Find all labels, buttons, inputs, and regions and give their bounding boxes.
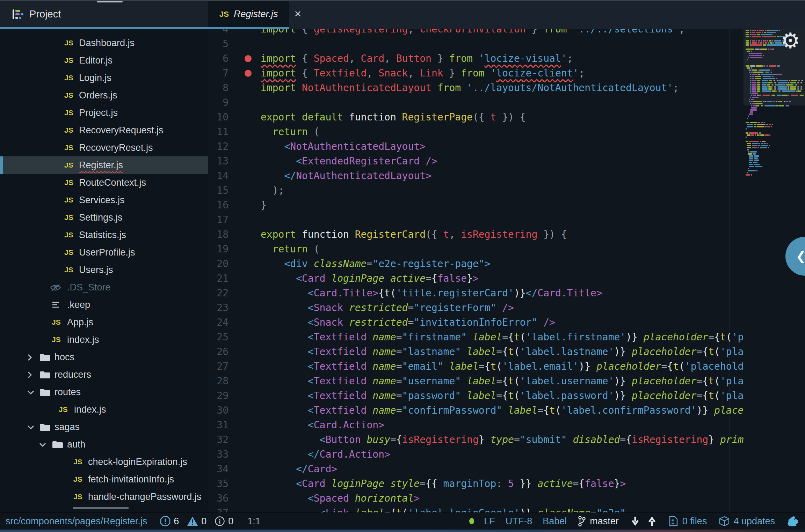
cursor-position[interactable]: 1:1 — [247, 516, 261, 527]
tree-file-dashboard-js[interactable]: JSDashboard.js — [0, 34, 208, 52]
tree-file--keep[interactable]: .keep — [0, 296, 208, 313]
tree-file-settings-js[interactable]: JSSettings.js — [0, 209, 208, 226]
code-line-10: 10export default function RegisterPage({… — [208, 110, 749, 125]
gutter[interactable]: 4 — [208, 29, 261, 37]
code-line-32: 32 <Button busy={isRegistering} type="su… — [208, 433, 749, 447]
tree-file-statistics-js[interactable]: JSStatistics.js — [0, 226, 208, 244]
gutter[interactable]: 14 — [208, 169, 261, 183]
info-count[interactable]: 0 — [228, 516, 233, 527]
tree-folder-routes[interactable]: routes — [0, 383, 208, 401]
tree-file-editor-js[interactable]: JSEditor.js — [0, 52, 208, 69]
package-updates-count[interactable]: 4 updates — [733, 516, 775, 527]
file-path[interactable]: src/components/pages/Register.js — [6, 516, 147, 527]
changed-files-icon[interactable] — [668, 515, 679, 527]
info-circle-icon[interactable] — [214, 516, 225, 527]
gutter[interactable]: 11 — [208, 125, 261, 139]
warning-count[interactable]: 0 — [201, 516, 206, 527]
tree-file-orders-js[interactable]: JSOrders.js — [0, 87, 208, 104]
tree-file-index-js[interactable]: JSindex.js — [0, 331, 208, 348]
gutter[interactable]: 22 — [208, 286, 261, 301]
gutter[interactable]: 13 — [208, 154, 261, 169]
gutter[interactable]: 19 — [208, 242, 261, 257]
tree-file-recoveryreset-js[interactable]: JSRecoveryReset.js — [0, 139, 208, 156]
gutter[interactable]: 10 — [208, 110, 261, 125]
warning-triangle-icon[interactable] — [187, 516, 198, 527]
tree-folder-reducers[interactable]: reducers — [0, 366, 208, 383]
tree-file-routecontext-js[interactable]: JSRouteContext.js — [0, 174, 208, 191]
encoding[interactable]: UTF-8 — [506, 516, 532, 527]
code-line-20: 20 <div className="e2e-register-page"> — [208, 257, 749, 271]
error-octagon-icon[interactable] — [160, 516, 171, 527]
gutter[interactable]: 23 — [208, 301, 261, 315]
gutter[interactable]: 34 — [208, 462, 261, 476]
gutter[interactable]: 21 — [208, 271, 261, 286]
tree-file-userprofile-js[interactable]: JSUserProfile.js — [0, 244, 208, 261]
tree-file-index-js[interactable]: JSindex.js — [0, 401, 208, 418]
gutter[interactable]: 25 — [208, 330, 261, 345]
tab-register-js[interactable]: JS Register.js ✕ — [208, 1, 289, 27]
package-updates-icon[interactable] — [719, 516, 730, 527]
git-pull-arrow-icon[interactable] — [631, 516, 640, 526]
code-line-14: 14 </NotAuthenticatedLayout> — [208, 169, 749, 183]
tree-file-handle-changepassword-js[interactable]: JShandle-changePassword.js — [0, 488, 208, 505]
gutter[interactable]: 30 — [208, 403, 261, 418]
tree-file-check-loginexpiration-js[interactable]: JScheck-loginExpiration.js — [0, 453, 208, 471]
gutter[interactable]: 37 — [208, 506, 261, 512]
js-file-icon: JS — [73, 493, 82, 501]
code-line-5: 5 — [208, 37, 749, 51]
gutter[interactable]: 31 — [208, 418, 261, 433]
code-line-36: 36 <Spaced horizontal> — [208, 491, 749, 506]
gutter[interactable]: 26 — [208, 345, 261, 359]
tree-file-users-js[interactable]: JSUsers.js — [0, 261, 208, 279]
gutter[interactable]: 32 — [208, 433, 261, 447]
tree-folder-hocs[interactable]: hocs — [0, 348, 208, 366]
grammar[interactable]: Babel — [543, 516, 567, 527]
code-line-28: 28 <Textfield name="username" label={t('… — [208, 374, 749, 389]
gutter[interactable]: 27 — [208, 359, 261, 374]
js-file-icon: JS — [64, 126, 73, 134]
code-editor[interactable]: 4import { getIsRegistering, checkForInvi… — [208, 29, 805, 512]
gear-icon[interactable]: ⚙ — [781, 29, 800, 53]
tree-file-login-js[interactable]: JSLogin.js — [0, 69, 208, 87]
tree-file-project-js[interactable]: JSProject.js — [0, 104, 208, 121]
gutter[interactable]: 28 — [208, 374, 261, 389]
gutter[interactable]: 9 — [208, 95, 261, 110]
tree-folder-sagas[interactable]: sagas — [0, 418, 208, 436]
code-line-9: 9 — [208, 95, 749, 110]
gutter[interactable]: 15 — [208, 183, 261, 198]
tree-file-services-js[interactable]: JSServices.js — [0, 191, 208, 209]
gutter[interactable]: 12 — [208, 139, 261, 154]
breakpoint-dot[interactable] — [245, 55, 252, 62]
gutter[interactable]: 5 — [208, 37, 261, 51]
error-count[interactable]: 6 — [174, 516, 179, 527]
code-line-15: 15 ); — [208, 183, 749, 198]
gutter[interactable]: 36 — [208, 491, 261, 506]
gutter[interactable]: 18 — [208, 227, 261, 242]
gutter[interactable]: 16 — [208, 198, 261, 213]
gutter[interactable]: 8 — [208, 81, 261, 95]
gutter[interactable]: 6 — [208, 51, 261, 66]
git-branch-name[interactable]: master — [590, 516, 619, 527]
js-file-icon: JS — [64, 178, 73, 187]
tree-file-app-js[interactable]: JSApp.js — [0, 313, 208, 331]
tree-folder-auth[interactable]: auth — [0, 436, 208, 453]
gutter[interactable]: 29 — [208, 389, 261, 403]
gutter[interactable]: 33 — [208, 447, 261, 462]
tree-file-register-js[interactable]: JSRegister.js — [0, 156, 208, 174]
tree-file-fetch-invitationinfo-js[interactable]: JSfetch-invitationInfo.js — [0, 471, 208, 488]
gutter[interactable]: 24 — [208, 315, 261, 330]
tab-close-icon[interactable]: ✕ — [294, 9, 302, 20]
line-ending[interactable]: LF — [484, 516, 495, 527]
squirrel-icon[interactable] — [786, 515, 799, 528]
gutter[interactable]: 7 — [208, 66, 261, 81]
git-push-arrow-icon[interactable] — [647, 516, 657, 526]
breakpoint-dot[interactable] — [245, 70, 252, 77]
tree-file-recoveryrequest-js[interactable]: JSRecoveryRequest.js — [0, 121, 208, 139]
gutter[interactable]: 20 — [208, 257, 261, 271]
changed-files-count[interactable]: 0 files — [682, 516, 707, 527]
gutter[interactable]: 17 — [208, 213, 261, 227]
js-file-icon: JS — [59, 405, 68, 414]
gutter[interactable]: 35 — [208, 476, 261, 491]
tree-file--ds-store[interactable]: .DS_Store — [0, 279, 208, 296]
clipped-tree-item — [73, 507, 129, 509]
